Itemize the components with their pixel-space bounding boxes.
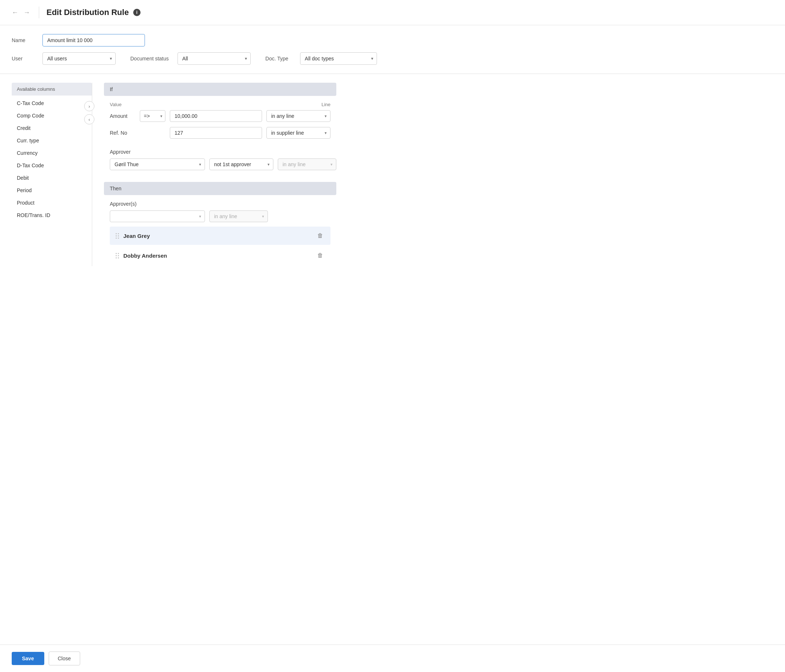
approver-line-select[interactable]: in any line in supplier line — [278, 158, 336, 170]
approver-list-item-jean-grey: Jean Grey 🗑 — [110, 227, 330, 245]
approver-name-dobby-andersen: Dobby Andersen — [124, 253, 311, 259]
approver-line-wrapper: in any line in supplier line — [278, 158, 336, 170]
rule-row-header: Value Line — [104, 102, 336, 107]
arrow-right-button[interactable]: › — [84, 101, 94, 111]
name-row: Name — [12, 34, 773, 47]
drag-handle-dobby-andersen[interactable] — [116, 253, 119, 258]
doc-status-select-wrapper: All — [177, 52, 251, 65]
sidebar-item-product[interactable]: Product — [12, 197, 92, 209]
approver-name-wrapper: Gøril Thue — [110, 158, 205, 170]
delete-dobby-andersen-button[interactable]: 🗑 — [316, 251, 325, 260]
main-content: Available columns C-Tax Code Comp Code C… — [0, 74, 785, 275]
doc-type-label: Doc. Type — [265, 56, 288, 61]
doc-status-label: Document status — [130, 56, 169, 61]
arrow-buttons: › ‹ — [84, 101, 94, 125]
sidebar-item-period[interactable]: Period — [12, 184, 92, 197]
approver-condition-select[interactable]: not 1st approver 1st approver any approv… — [210, 158, 274, 170]
sidebar: Available columns C-Tax Code Comp Code C… — [12, 83, 92, 266]
approver-condition-label: Approver — [110, 149, 336, 155]
approver-name-jean-grey: Jean Grey — [124, 233, 311, 239]
amount-value-input[interactable] — [170, 110, 262, 122]
amount-rule-row: Amount => = < > in any line in supplier … — [104, 110, 336, 122]
amount-operator-select[interactable]: => = < > — [140, 110, 166, 122]
refno-rule-row: Ref. No in supplier line in any line in … — [104, 127, 336, 139]
sidebar-item-comp-code[interactable]: Comp Code — [12, 109, 92, 122]
info-icon[interactable]: i — [133, 9, 141, 16]
form-section: Name User All users Document status All … — [0, 25, 785, 74]
sidebar-item-credit[interactable]: Credit — [12, 122, 92, 134]
amount-line-wrapper: in any line in supplier line in header l… — [266, 110, 330, 122]
user-select-wrapper: All users — [42, 52, 116, 65]
name-input[interactable] — [42, 34, 145, 47]
delete-jean-grey-button[interactable]: 🗑 — [316, 231, 325, 241]
value-col-header: Value — [110, 102, 122, 107]
refno-line-wrapper: in supplier line in any line in header l… — [266, 127, 330, 139]
user-label: User — [12, 56, 34, 61]
doc-type-select[interactable]: All doc types — [300, 52, 377, 65]
add-line-wrapper: in any line — [210, 211, 268, 222]
add-approver-wrapper — [110, 211, 205, 222]
sidebar-item-roe-trans-id[interactable]: ROE/Trans. ID — [12, 209, 92, 222]
sidebar-item-curr-type[interactable]: Curr. type — [12, 134, 92, 147]
page-title: Edit Distribution Rule — [47, 8, 129, 17]
divider — [39, 6, 39, 18]
sidebar-item-c-tax-code[interactable]: C-Tax Code — [12, 97, 92, 109]
sidebar-header: Available columns — [12, 83, 92, 95]
then-section: Then Approver(s) in any line — [104, 182, 336, 265]
approver-cond-wrapper: not 1st approver 1st approver any approv… — [210, 158, 274, 170]
rules-container: If Value Line Amount => = < > — [92, 83, 336, 266]
sidebar-item-currency[interactable]: Currency — [12, 147, 92, 159]
user-row: User All users Document status All Doc. … — [12, 52, 773, 65]
refno-label: Ref. No — [110, 130, 135, 136]
approver-section: Approver Gøril Thue not 1st approver 1st… — [110, 149, 336, 170]
nav-arrows: ← → — [10, 8, 31, 17]
doc-type-select-wrapper: All doc types — [300, 52, 377, 65]
top-bar: ← → Edit Distribution Rule i — [0, 0, 785, 25]
if-section-header: If — [104, 83, 336, 96]
amount-line-select[interactable]: in any line in supplier line in header l… — [266, 110, 330, 122]
add-line-select[interactable]: in any line — [210, 211, 268, 222]
approver-name-select[interactable]: Gøril Thue — [110, 158, 205, 170]
name-label: Name — [12, 38, 34, 43]
refno-line-select[interactable]: in supplier line in any line in header l… — [266, 127, 330, 139]
approver-condition-row: Gøril Thue not 1st approver 1st approver… — [110, 158, 336, 170]
amount-label: Amount — [110, 113, 135, 119]
drag-handle-jean-grey[interactable] — [116, 233, 119, 239]
then-section-header: Then — [104, 182, 336, 195]
add-approver-row: in any line — [104, 211, 336, 222]
arrow-left-button[interactable]: ‹ — [84, 114, 94, 125]
refno-value-input[interactable] — [170, 127, 262, 139]
content-wrapper: › ‹ If Value Line Amount => = < > — [92, 83, 336, 266]
forward-button[interactable]: → — [22, 8, 31, 17]
line-col-header: Line — [321, 102, 330, 107]
amount-op-wrapper: => = < > — [140, 110, 166, 122]
back-button[interactable]: ← — [10, 8, 20, 17]
doc-status-select[interactable]: All — [177, 52, 251, 65]
approver-list-item-dobby-andersen: Dobby Andersen 🗑 — [110, 246, 330, 265]
sidebar-item-debit[interactable]: Debit — [12, 172, 92, 184]
sidebar-item-d-tax-code[interactable]: D-Tax Code — [12, 159, 92, 172]
user-select[interactable]: All users — [42, 52, 116, 65]
add-approver-select[interactable] — [110, 211, 205, 222]
approvers-list-label: Approver(s) — [110, 201, 330, 207]
